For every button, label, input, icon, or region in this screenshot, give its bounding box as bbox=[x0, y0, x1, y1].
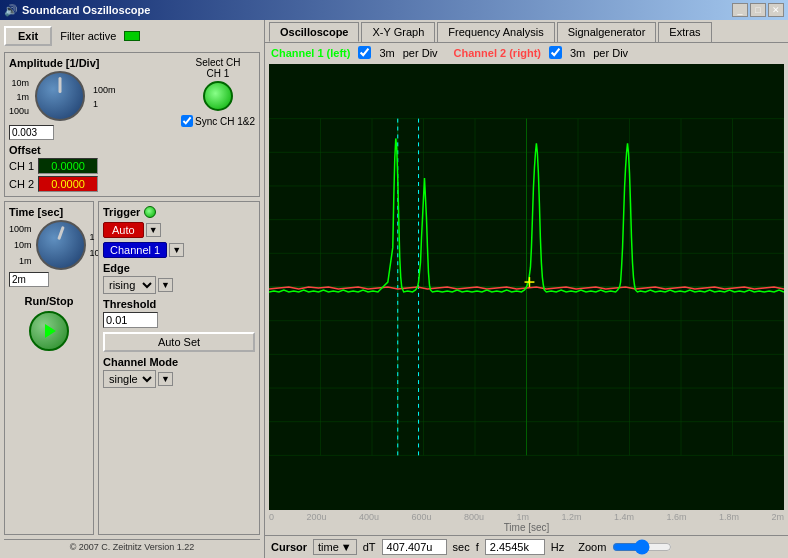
ch1-offset-value[interactable]: 0.0000 bbox=[38, 158, 98, 174]
edge-section: Edge rising falling ▼ bbox=[103, 262, 255, 294]
maximize-button[interactable]: □ bbox=[750, 3, 766, 17]
filter-active-label: Filter active bbox=[60, 30, 116, 42]
time-knob-indicator bbox=[57, 226, 65, 240]
channel-mode-title: Channel Mode bbox=[103, 356, 255, 368]
channel-mode-select[interactable]: single dual bbox=[103, 370, 156, 388]
time-knob-container[interactable] bbox=[36, 220, 86, 270]
offset-section: Offset CH 1 0.0000 CH 2 0.0000 bbox=[9, 144, 255, 192]
cursor-label: Cursor bbox=[271, 541, 307, 553]
app-title: Soundcard Oszilloscope bbox=[22, 4, 150, 16]
select-ch-area: Select CH CH 1 Sync CH 1&2 bbox=[181, 57, 255, 127]
tab-frequency-analysis[interactable]: Frequency Analysis bbox=[437, 22, 554, 42]
f-unit: Hz bbox=[551, 541, 564, 553]
edge-select[interactable]: rising falling bbox=[103, 276, 156, 294]
amplitude-labels-right: 100m 1 bbox=[93, 85, 116, 109]
tab-extras[interactable]: Extras bbox=[658, 22, 711, 42]
cursor-type-label: time bbox=[318, 541, 339, 553]
trigger-mode-button[interactable]: Auto bbox=[103, 222, 144, 238]
close-button[interactable]: ✕ bbox=[768, 3, 784, 17]
xaxis-label-1.2m: 1.2m bbox=[561, 512, 581, 522]
xaxis-label-1m: 1m bbox=[516, 512, 529, 522]
sync-checkbox[interactable] bbox=[181, 115, 193, 127]
cursor-type-arrow: ▼ bbox=[341, 541, 352, 553]
xaxis-label-0: 0 bbox=[269, 512, 274, 522]
trigger-channel-dropdown[interactable]: ▼ bbox=[169, 243, 184, 257]
sync-row: Sync CH 1&2 bbox=[181, 115, 255, 127]
edge-title: Edge bbox=[103, 262, 255, 274]
zoom-slider[interactable] bbox=[612, 539, 672, 555]
cursor-type-dropdown[interactable]: time ▼ bbox=[313, 539, 357, 555]
ch1-channel-label: Channel 1 (left) bbox=[271, 47, 350, 59]
tabs-bar: Oscilloscope X-Y Graph Frequency Analysi… bbox=[265, 20, 788, 43]
window-controls: _ □ ✕ bbox=[732, 3, 784, 17]
minimize-button[interactable]: _ bbox=[732, 3, 748, 17]
time-section: Time [sec] 100m 10m 1m 1 10 bbox=[4, 201, 94, 535]
threshold-title: Threshold bbox=[103, 298, 255, 310]
cursor-bar: Cursor time ▼ dT 407.407u sec f 2.4545k … bbox=[265, 535, 788, 558]
tab-xy-graph[interactable]: X-Y Graph bbox=[361, 22, 435, 42]
xaxis-label-600u: 600u bbox=[411, 512, 431, 522]
threshold-section: Threshold bbox=[103, 298, 255, 328]
dt-label: dT bbox=[363, 541, 376, 553]
trigger-section: Trigger Auto ▼ Channel 1 ▼ Edge bbox=[98, 201, 260, 535]
exit-button[interactable]: Exit bbox=[4, 26, 52, 46]
ch1-indicator[interactable] bbox=[203, 81, 233, 111]
tab-oscilloscope[interactable]: Oscilloscope bbox=[269, 22, 359, 42]
dt-unit: sec bbox=[453, 541, 470, 553]
copyright-text: © 2007 C. Zeitnitz Version 1.22 bbox=[4, 539, 260, 554]
xaxis-label-1.6m: 1.6m bbox=[666, 512, 686, 522]
xaxis-label-1.4m: 1.4m bbox=[614, 512, 634, 522]
bottom-left-panels: Time [sec] 100m 10m 1m 1 10 bbox=[4, 201, 260, 535]
xaxis-labels: 0 200u 400u 600u 800u 1m 1.2m 1.4m 1.6m … bbox=[265, 512, 788, 522]
run-stop-section: Run/Stop bbox=[9, 295, 89, 351]
ch2-offset-label: CH 2 bbox=[9, 178, 34, 190]
sync-label: Sync CH 1&2 bbox=[195, 116, 255, 127]
time-labels-left: 100m 10m 1m bbox=[9, 224, 32, 266]
ch2-per-div-value: 3m bbox=[570, 47, 585, 59]
threshold-input[interactable] bbox=[103, 312, 158, 328]
time-knob[interactable] bbox=[36, 220, 86, 270]
left-panel: Exit Filter active Amplitude [1/Div] 10m… bbox=[0, 20, 265, 558]
dt-value: 407.407u bbox=[382, 539, 447, 555]
select-ch-label: Select CH bbox=[195, 57, 240, 68]
amplitude-labels-left: 10m 1m 100u bbox=[9, 78, 29, 116]
xaxis-label-200u: 200u bbox=[306, 512, 326, 522]
channel-bar: Channel 1 (left) 3m per Div Channel 2 (r… bbox=[265, 43, 788, 62]
auto-set-button[interactable]: Auto Set bbox=[103, 332, 255, 352]
ch2-per-div-unit: per Div bbox=[593, 47, 628, 59]
xaxis-label-400u: 400u bbox=[359, 512, 379, 522]
xaxis-label-1.8m: 1.8m bbox=[719, 512, 739, 522]
amplitude-section: Amplitude [1/Div] 10m 1m 100u bbox=[4, 52, 260, 197]
ch2-offset-value[interactable]: 0.0000 bbox=[38, 176, 98, 192]
amplitude-knob-container[interactable] bbox=[35, 71, 87, 123]
title-bar: 🔊 Soundcard Oszilloscope _ □ ✕ bbox=[0, 0, 788, 20]
f-value: 2.4545k bbox=[485, 539, 545, 555]
amplitude-knob[interactable] bbox=[35, 71, 85, 121]
ch2-channel-checkbox[interactable] bbox=[549, 46, 562, 59]
trigger-led bbox=[144, 206, 156, 218]
title-bar-title: 🔊 Soundcard Oszilloscope bbox=[4, 4, 150, 17]
right-panel: Oscilloscope X-Y Graph Frequency Analysi… bbox=[265, 20, 788, 558]
ch1-label-small: CH 1 bbox=[207, 68, 230, 79]
ch1-offset-label: CH 1 bbox=[9, 160, 34, 172]
ch1-per-div-value: 3m bbox=[379, 47, 394, 59]
time-value-input[interactable] bbox=[9, 272, 49, 287]
trigger-mode-dropdown[interactable]: ▼ bbox=[146, 223, 161, 237]
xaxis-label-800u: 800u bbox=[464, 512, 484, 522]
scope-area bbox=[269, 64, 784, 510]
run-stop-button[interactable] bbox=[29, 311, 69, 351]
channel-mode-section: Channel Mode single dual ▼ bbox=[103, 356, 255, 388]
amplitude-value-input[interactable] bbox=[9, 125, 54, 140]
xaxis-title: Time [sec] bbox=[265, 522, 788, 535]
f-label: f bbox=[476, 541, 479, 553]
play-icon bbox=[45, 324, 56, 338]
tab-signalgenerator[interactable]: Signalgenerator bbox=[557, 22, 657, 42]
trigger-channel-button[interactable]: Channel 1 bbox=[103, 242, 167, 258]
time-title: Time [sec] bbox=[9, 206, 89, 218]
zoom-label: Zoom bbox=[578, 541, 606, 553]
ch1-channel-checkbox[interactable] bbox=[358, 46, 371, 59]
run-stop-title: Run/Stop bbox=[25, 295, 74, 307]
xaxis-label-2m: 2m bbox=[771, 512, 784, 522]
edge-dropdown[interactable]: ▼ bbox=[158, 278, 173, 292]
channel-mode-dropdown[interactable]: ▼ bbox=[158, 372, 173, 386]
